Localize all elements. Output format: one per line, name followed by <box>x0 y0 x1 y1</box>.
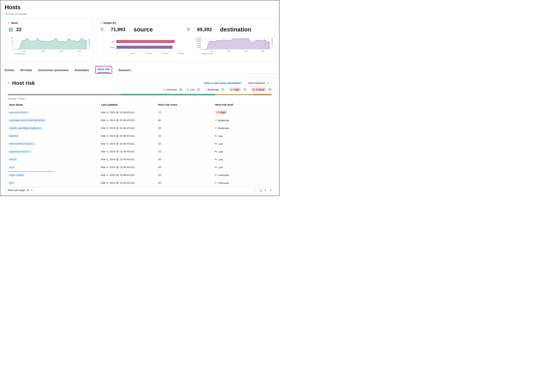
last-updated-cell: Mar 4, 2024 @ 15:46:45.611 <box>100 134 157 137</box>
column-header-host-risk-level[interactable]: Host risk level <box>214 102 272 108</box>
tab-anomalies[interactable]: Anomalies <box>75 69 89 74</box>
host-risk-level-cell: Low <box>214 134 272 137</box>
hosts-over-time-svg: 051015205th12th19th26thFebruary 2024 <box>8 37 90 56</box>
host-risk-score-cell: 20 <box>157 181 214 184</box>
legend-dot <box>163 89 165 90</box>
svg-text:40,000: 40,000 <box>146 53 151 55</box>
host-risk-score-cell: 20 <box>157 166 214 169</box>
legend-item-moderate[interactable]: Moderate2 <box>205 88 225 91</box>
legend-dot <box>205 89 206 90</box>
last-updated-cell: Mar 4, 2024 @ 15:46:45.611 <box>100 158 157 161</box>
legend-item-high[interactable]: High1 <box>229 88 247 91</box>
legend-item-low[interactable]: Low5 <box>187 88 201 91</box>
tab-uncommon-processes[interactable]: Uncommon processes <box>38 69 69 74</box>
legend-label: Moderate <box>208 88 219 91</box>
tab-sessions[interactable]: Sessions <box>118 69 131 74</box>
host-name-link[interactable]: mk-01 <box>9 158 17 161</box>
svg-text:80,000: 80,000 <box>178 53 184 55</box>
destination-ips-label: destination <box>220 26 252 33</box>
column-header-host-name[interactable]: Host Name <box>8 102 100 108</box>
host-risk-score-cell: 54 <box>157 127 214 129</box>
horizontal-scrollbar-thumb[interactable] <box>8 171 54 172</box>
previous-page-button[interactable] <box>254 189 257 191</box>
tab-all-hosts[interactable]: All hosts <box>20 69 32 74</box>
unique-ips-collapse-chevron-icon[interactable] <box>100 22 102 24</box>
page-2[interactable]: 2 <box>265 189 266 191</box>
risk-level-badge: Low <box>215 158 223 161</box>
legend-swatch: Critical <box>251 88 266 91</box>
table-row: mk-01Mar 4, 2024 @ 15:46:45.61120Low <box>8 155 272 163</box>
table-row: ub-1Mar 4, 2024 @ 15:46:45.61120Unknown <box>8 179 272 187</box>
column-header-host-risk-score[interactable]: Host risk score ↓ <box>157 102 214 108</box>
risk-level-label: Low <box>218 158 223 161</box>
host-name-link[interactable]: kube-node0 <box>9 173 24 176</box>
host-name-cell: exposed-server-1 <box>8 150 100 153</box>
svg-text:12,000: 12,000 <box>196 37 201 39</box>
host-name-link[interactable]: internal-host-siem-1 <box>9 142 35 145</box>
host-risk-level-filter-button[interactable]: Host risk level <box>245 80 272 86</box>
svg-text:20,000: 20,000 <box>130 53 135 55</box>
svg-text:5: 5 <box>12 46 13 47</box>
last-updated-cell: Mar 4, 2024 @ 15:46:45.611 <box>100 111 157 114</box>
legend-count-badge: 0 <box>268 88 272 91</box>
svg-text:5th: 5th <box>23 50 26 52</box>
host-name-link[interactable]: eq-2 <box>9 166 15 169</box>
host-name-link[interactable]: anomaly-host-internal-demo <box>9 119 45 122</box>
hosts-panel-collapse-chevron-icon[interactable] <box>8 22 10 24</box>
page-header: Hosts Last event: 3 hours ago <box>0 0 279 15</box>
risk-level-dot <box>217 112 218 113</box>
destination-pin-icon <box>186 27 190 31</box>
tab-events[interactable]: Events <box>5 69 14 74</box>
svg-text:February 2024: February 2024 <box>14 53 25 55</box>
svg-text:Dest.: Dest. <box>111 46 115 48</box>
unique-ips-bar-svg: Src.Dest.020,00040,00060,00080,000 <box>105 37 186 56</box>
host-name-link[interactable]: ub-1 <box>9 181 15 184</box>
host-name-cell: mk-01 <box>8 158 100 161</box>
hosts-panel-title: Hosts <box>11 21 18 24</box>
legend-dot <box>187 89 188 90</box>
legend-label: Unknown <box>166 88 177 91</box>
host-risk-collapse-chevron-icon[interactable] <box>8 82 10 84</box>
host-risk-title: Host risk <box>12 80 35 86</box>
table-header-row: Host Name Last updated Host risk score ↓… <box>8 102 272 109</box>
svg-text:19th: 19th <box>59 50 63 52</box>
legend-label: Critical <box>256 88 264 91</box>
risk-level-label: Low <box>218 135 223 137</box>
distribution-segment-high <box>253 94 272 95</box>
risk-level-label: High <box>220 111 225 114</box>
risk-score-help-link[interactable]: How is risk score calculated? <box>204 82 242 84</box>
host-risk-score-cell: 65 <box>157 119 214 122</box>
risk-level-badge: Low <box>215 142 223 145</box>
last-updated-cell: Mar 4, 2024 @ 15:46:45.611 <box>100 173 157 176</box>
rows-per-page-control[interactable]: Rows per page: 10 <box>8 189 33 191</box>
legend-label: Low <box>190 88 195 91</box>
legend-count-badge: 2 <box>221 88 225 91</box>
page-1[interactable]: 1 <box>260 189 261 191</box>
svg-text:10: 10 <box>11 43 13 45</box>
tabs-divider <box>0 74 279 74</box>
chevron-down-icon <box>31 189 33 191</box>
tab-host-risk[interactable]: Host risk <box>98 68 110 73</box>
host-name-link[interactable]: security-host-1 <box>9 111 28 114</box>
host-name-link[interactable]: bastion <box>9 134 19 137</box>
column-header-last-updated[interactable]: Last updated <box>100 102 157 108</box>
svg-text:15: 15 <box>11 40 13 42</box>
source-pin-icon <box>100 27 104 31</box>
svg-text:19th: 19th <box>244 50 247 52</box>
svg-text:0: 0 <box>116 53 117 55</box>
next-page-button[interactable] <box>269 189 272 191</box>
host-name-cell: ub-1 <box>8 181 100 184</box>
host-name-cell: internal-host-siem-1 <box>8 142 100 145</box>
host-name-link[interactable]: exposed-server-1 <box>9 150 31 153</box>
legend-item-unknown[interactable]: Unknown6 <box>163 88 183 91</box>
legend-item-critical[interactable]: Critical0 <box>251 88 272 91</box>
hosts-panel: Hosts 22 051015205th12th19th26thFebruary… <box>5 19 93 62</box>
last-updated-cell: Mar 4, 2024 @ 15:46:45.611 <box>100 119 157 122</box>
risk-level-dot <box>215 182 216 183</box>
host-name-cell: security-host-1 <box>8 111 100 114</box>
host-risk-table: Host Name Last updated Host risk score ↓… <box>8 102 272 187</box>
host-name-link[interactable]: elastic-package-registry-x <box>9 127 42 129</box>
svg-text:12th: 12th <box>227 50 230 52</box>
risk-level-dot <box>215 127 216 129</box>
risk-level-dot <box>215 143 216 145</box>
